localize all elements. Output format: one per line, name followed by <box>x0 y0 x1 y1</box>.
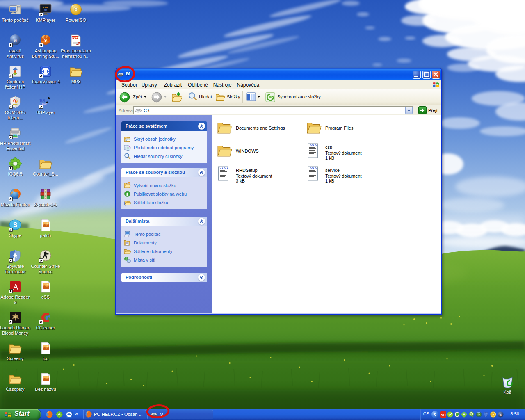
svg-text:9: 9 <box>44 38 47 43</box>
svg-text:a: a <box>500 413 502 417</box>
svg-text:ATI: ATI <box>441 413 445 417</box>
svg-text:KMP: KMP <box>43 6 48 9</box>
svg-text:a: a <box>14 36 17 44</box>
svg-text:S: S <box>13 221 18 228</box>
svg-text:Player: Player <box>41 103 47 105</box>
svg-text:PDF: PDF <box>72 36 78 39</box>
